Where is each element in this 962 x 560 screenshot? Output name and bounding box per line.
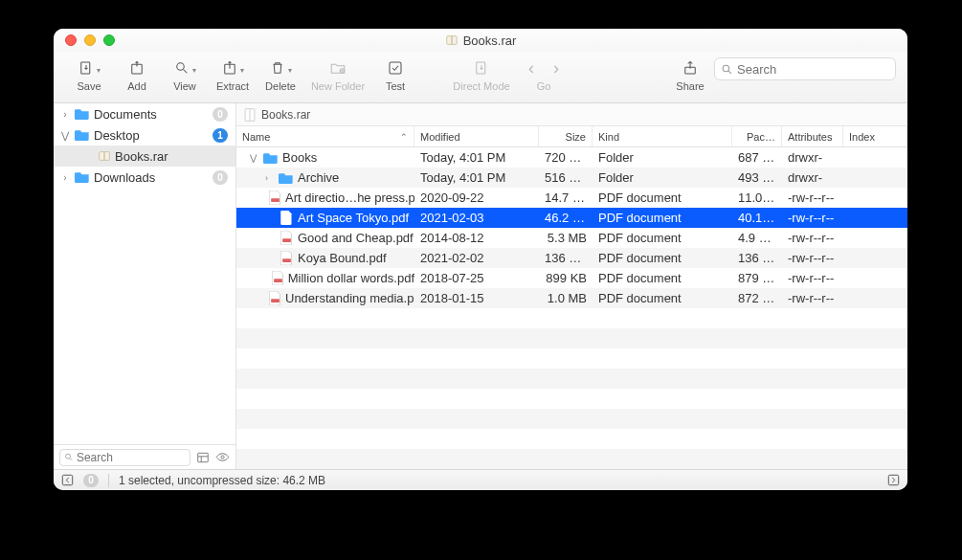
column-modified[interactable]: Modified [414, 126, 539, 146]
folder-icon [75, 129, 90, 141]
toolbar-search[interactable] [714, 57, 896, 80]
sidebar-preview-icon[interactable] [215, 450, 230, 464]
file-packed: 136 MB [732, 251, 782, 265]
file-packed: 872 KB [732, 291, 782, 305]
status-expand-left-icon[interactable] [61, 474, 74, 486]
file-row[interactable]: Art directio…he press.pdf2020-09-2214.7 … [236, 188, 907, 208]
file-name: Million dollar words.pdf [288, 271, 414, 285]
sidebar-search-input[interactable] [77, 451, 186, 464]
empty-row [236, 308, 907, 328]
archive-icon [98, 149, 111, 163]
file-size: 720 MB [539, 150, 593, 165]
file-kind: PDF document [593, 211, 732, 225]
column-headers: Name Modified Size Kind Pac… Attributes … [236, 126, 907, 147]
toolbar-search-input[interactable] [737, 62, 889, 77]
file-name: Art directio…he press.pdf [285, 190, 414, 205]
disclosure-icon[interactable]: › [59, 172, 71, 183]
file-attributes: -rw-r--r-- [782, 271, 843, 285]
file-modified: Today, 4:01 PM [414, 170, 539, 185]
folder-icon [75, 171, 90, 183]
status-expand-right-icon[interactable] [887, 474, 900, 486]
empty-row [236, 328, 907, 348]
extract-button[interactable]: ▾ Extract [209, 56, 257, 92]
sidebar-item-label: Books.rar [115, 149, 235, 164]
status-text: 1 selected, uncompressed size: 46.2 MB [119, 474, 325, 487]
folder-icon [75, 108, 90, 120]
file-row[interactable]: ⋁BooksToday, 4:01 PM720 MBFolder687 MBdr… [236, 147, 907, 168]
file-row[interactable]: Art Space Tokyo.pdf2021-02-0346.2 MBPDF … [236, 208, 907, 228]
row-disclosure-icon[interactable]: › [265, 173, 275, 183]
toolbar: ▾ Save Add ▾ View ▾ Extract ▾ Delete New… [54, 52, 907, 103]
file-kind: PDF document [593, 251, 732, 265]
sidebar: ›Documents0⋁Desktop1Books.rar›Downloads0 [54, 103, 236, 469]
sidebar-item-downloads[interactable]: ›Downloads0 [54, 167, 235, 188]
sidebar-item-books-rar[interactable]: Books.rar [54, 146, 235, 167]
file-modified: 2014-08-12 [414, 231, 539, 245]
file-packed: 879 KB [732, 271, 782, 285]
column-attributes[interactable]: Attributes [782, 126, 843, 146]
folder-icon [279, 170, 294, 186]
body: ›Documents0⋁Desktop1Books.rar›Downloads0 [54, 103, 907, 469]
file-attributes: drwxr- [782, 150, 843, 165]
file-kind: PDF document [593, 291, 732, 305]
file-list: Name Modified Size Kind Pac… Attributes … [236, 126, 907, 469]
save-button[interactable]: ▾ Save [65, 56, 113, 92]
new-folder-button: New Folder [304, 56, 371, 92]
column-kind[interactable]: Kind [593, 126, 732, 146]
svg-point-4 [177, 63, 185, 71]
file-attributes: -rw-r--r-- [782, 231, 843, 245]
svg-rect-23 [62, 475, 72, 484]
delete-button[interactable]: ▾ Delete [257, 56, 304, 92]
file-row[interactable]: Koya Bound.pdf2021-02-02136 MBPDF docume… [236, 248, 907, 268]
disclosure-icon[interactable]: ⋁ [59, 130, 71, 141]
file-kind: Folder [593, 170, 732, 185]
view-button[interactable]: ▾ View [161, 56, 209, 92]
archive-icon [445, 34, 459, 47]
column-name[interactable]: Name [236, 126, 414, 146]
file-kind: Folder [593, 150, 732, 165]
path-archive-icon [244, 108, 256, 122]
sidebar-layout-icon[interactable] [196, 451, 210, 464]
main-pane: Books.rar Name Modified Size Kind Pac… A… [236, 103, 907, 469]
column-index[interactable]: Index [843, 126, 907, 146]
file-attributes: -rw-r--r-- [782, 211, 843, 225]
pdf-icon [279, 231, 294, 246]
pdf-icon [279, 211, 294, 226]
app-window: Books.rar ▾ Save Add ▾ View ▾ Extract ▾ … [54, 29, 907, 490]
file-row[interactable]: Good and Cheap.pdf2014-08-125.3 MBPDF do… [236, 228, 907, 248]
column-size[interactable]: Size [539, 126, 593, 146]
sidebar-item-desktop[interactable]: ⋁Desktop1 [54, 124, 235, 146]
row-disclosure-icon[interactable]: ⋁ [250, 153, 259, 163]
file-packed: 687 MB [732, 150, 782, 165]
sidebar-item-label: Desktop [94, 128, 209, 143]
disclosure-icon[interactable]: › [59, 109, 71, 120]
empty-row [236, 369, 907, 389]
file-kind: PDF document [593, 231, 732, 245]
svg-point-15 [221, 456, 224, 459]
sidebar-item-documents[interactable]: ›Documents0 [54, 103, 235, 124]
test-button[interactable]: Test [371, 56, 419, 92]
file-modified: 2021-02-02 [414, 251, 539, 265]
file-row[interactable]: Understanding media.pdf2018-01-151.0 MBP… [236, 288, 907, 308]
svg-rect-7 [390, 62, 401, 74]
svg-rect-17 [249, 108, 250, 121]
file-kind: PDF document [593, 190, 732, 205]
file-name: Art Space Tokyo.pdf [298, 211, 409, 225]
svg-point-13 [66, 454, 71, 459]
file-modified: 2020-09-22 [414, 190, 539, 205]
sidebar-search[interactable] [59, 449, 190, 466]
share-button[interactable]: Share [666, 56, 714, 92]
path-crumb[interactable]: Books.rar [261, 108, 310, 122]
file-size: 136 MB [539, 251, 593, 265]
sidebar-badge: 1 [213, 128, 228, 143]
pdf-icon [279, 251, 294, 266]
column-packed[interactable]: Pac… [732, 126, 782, 146]
file-packed: 493 MB [732, 170, 782, 185]
file-row[interactable]: ›ArchiveToday, 4:01 PM516 MBFolder493 MB… [236, 168, 907, 188]
file-modified: 2021-02-03 [414, 211, 539, 225]
add-button[interactable]: Add [113, 56, 161, 92]
svg-rect-14 [198, 453, 209, 461]
nav-back-button: ‹ [528, 56, 534, 80]
file-row[interactable]: Million dollar words.pdf2018-07-25899 KB… [236, 268, 907, 288]
svg-rect-21 [274, 279, 282, 282]
